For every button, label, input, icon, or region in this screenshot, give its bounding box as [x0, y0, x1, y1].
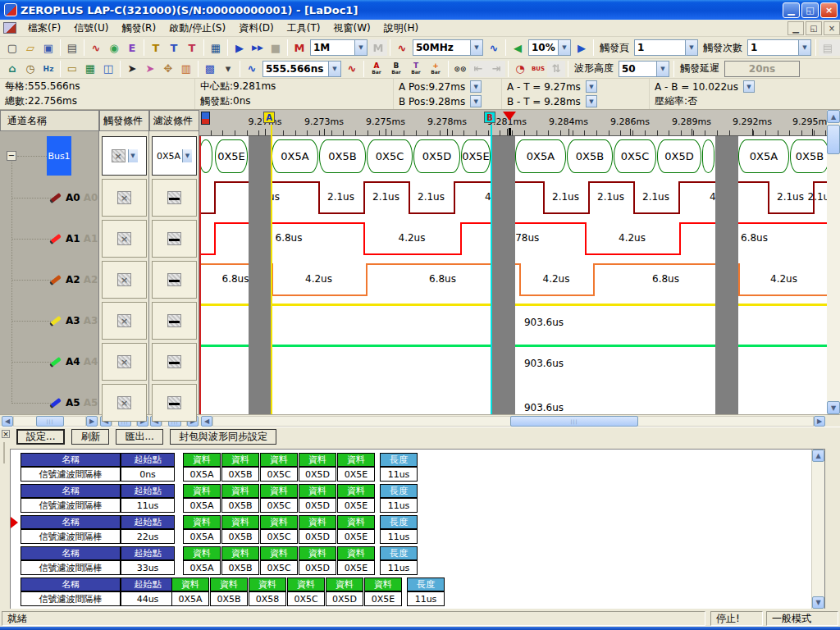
bus-text-icon[interactable]: BUS: [529, 61, 547, 77]
stack-down-icon[interactable]: ▤: [837, 39, 840, 56]
scroll-up-button[interactable]: ▲: [827, 110, 840, 123]
filter-cell-A3[interactable]: [152, 302, 197, 340]
event-trigger-icon[interactable]: E: [123, 39, 141, 56]
bus-trigger-dropdown[interactable]: ▼: [128, 149, 138, 162]
packet-row[interactable]: 名稱起始點資料資料資料資料資料資料長度信號濾波間隔棒44us0X5A0X5B0X…: [16, 578, 803, 607]
packet-scroll-down[interactable]: ▼: [812, 596, 824, 609]
filter-cell-A4[interactable]: [152, 343, 197, 381]
bus-filter-dropdown[interactable]: ▼: [182, 149, 192, 162]
trigger-cell-A1[interactable]: ×: [102, 220, 147, 258]
close-button[interactable]: ×: [820, 2, 838, 18]
minimize-button[interactable]: ▁: [783, 2, 800, 18]
t-trigger-icon[interactable]: T: [165, 39, 183, 56]
scroll-down-button[interactable]: ▼: [827, 401, 840, 414]
channel-row-A1[interactable]: A1A1: [49, 230, 98, 248]
marker-a-line[interactable]: [271, 125, 272, 414]
zoom-scale-combo[interactable]: 555.566ns▼: [262, 61, 341, 77]
sampling-rate-combo[interactable]: 50MHz▼: [413, 39, 483, 56]
find-icon[interactable]: ⊙⊙: [451, 61, 469, 77]
channel-hscrollbar-left[interactable]: ◀: [2, 416, 13, 427]
trigger-page-combo-arrow[interactable]: ▼: [685, 40, 697, 55]
memory-depth-combo-arrow[interactable]: ▼: [354, 40, 367, 55]
sample-wave-icon[interactable]: ∿: [485, 39, 503, 56]
b-pos-dropdown[interactable]: ▼: [470, 95, 482, 107]
listing-window-icon[interactable]: ▦: [81, 61, 99, 77]
new-file-icon[interactable]: ▢: [3, 39, 21, 56]
bus-filter-cell[interactable]: 0X5A▼: [152, 136, 197, 176]
trigger-cell-A5[interactable]: ×: [102, 384, 147, 422]
zoom-pulse-icon[interactable]: ∿: [243, 61, 261, 77]
b-t-dropdown[interactable]: ▼: [586, 95, 597, 107]
image-trigger-icon[interactable]: ◉: [105, 39, 123, 56]
menu-item-1[interactable]: 信號(U): [67, 20, 115, 37]
display-ratio-combo-arrow[interactable]: ▼: [558, 40, 570, 55]
memory-depth-combo[interactable]: 1M▼: [310, 39, 368, 56]
packet-row[interactable]: 名稱起始點資料資料資料資料資料長度信號濾波間隔棒22us0X5A0X5B0X5C…: [16, 515, 803, 545]
wave-area[interactable]: 9.27ms9.273ms9.275ms9.278ms9.281ms9.284m…: [199, 110, 827, 414]
sampling-rate-combo-arrow[interactable]: ▼: [470, 40, 482, 55]
menu-item-3[interactable]: 啟動/停止(S): [162, 20, 232, 37]
trigger-cell-A4[interactable]: ×: [102, 343, 147, 381]
trigger-count-combo[interactable]: 1▼: [747, 39, 811, 56]
stack-up-icon[interactable]: ▤: [819, 39, 837, 56]
a-pos-dropdown[interactable]: ▼: [470, 80, 482, 93]
save-icon[interactable]: ▣: [39, 39, 57, 56]
bottom-button-3[interactable]: 封包與波形同步設定: [170, 429, 276, 445]
measure-tool-icon[interactable]: ▥: [177, 61, 195, 77]
wave-hscrollbar-left[interactable]: ◀: [201, 416, 212, 427]
filter-cell-A1[interactable]: [152, 220, 197, 258]
filter-cell-A2[interactable]: [152, 261, 197, 299]
menu-item-5[interactable]: 工具(T): [281, 20, 327, 37]
frequency-icon[interactable]: Hz: [39, 61, 57, 77]
t-bar-icon[interactable]: TBar: [406, 61, 426, 77]
trigger-cell-A0[interactable]: ×: [102, 179, 147, 217]
wave-mode-dropdown-icon[interactable]: ▾: [219, 61, 237, 77]
channel-hscrollbar-thumb[interactable]: |||: [36, 416, 64, 427]
add-bar-icon[interactable]: +Bar: [426, 61, 445, 77]
menu-item-0[interactable]: 檔案(F): [21, 20, 67, 37]
restore-button[interactable]: ◱: [801, 2, 819, 18]
channel-row-A3[interactable]: A3A3: [49, 312, 98, 330]
bus-package-icon[interactable]: ▦: [207, 39, 225, 56]
bottom-button-0[interactable]: 設定...: [16, 429, 65, 445]
marker-a-flag[interactable]: A: [263, 112, 275, 123]
filter-cell-A5[interactable]: [152, 384, 197, 422]
channel-hscrollbar[interactable]: ◀|||▶: [2, 416, 98, 427]
packet-row[interactable]: 名稱起始點資料資料資料資料資料長度信號濾波間隔棒33us0X5A0X5B0X5C…: [16, 546, 803, 576]
doc-close-button[interactable]: ×: [824, 21, 840, 35]
channel-row-A4[interactable]: A4A4: [49, 353, 98, 371]
trigger-cell-A3[interactable]: ×: [102, 302, 147, 340]
marker-b-line[interactable]: [491, 125, 492, 414]
prev-edge-icon[interactable]: ⇤: [469, 61, 487, 77]
bottom-button-2[interactable]: 匯出...: [116, 429, 162, 445]
pulse-width-trigger-icon[interactable]: ∿: [87, 39, 105, 56]
bus-node[interactable]: Bus1: [47, 136, 71, 176]
clock-icon[interactable]: ◷: [21, 61, 39, 77]
plus-trigger-icon[interactable]: T: [183, 39, 201, 56]
channel-hscrollbar-right[interactable]: ▶: [86, 416, 98, 427]
stop-icon[interactable]: ■: [267, 39, 285, 56]
navigator-window-icon[interactable]: ◫: [99, 61, 117, 77]
next-edge-icon[interactable]: ⇥: [487, 61, 505, 77]
wave-hscrollbar-thumb[interactable]: |||: [510, 416, 638, 427]
run-icon[interactable]: ▶: [231, 39, 249, 56]
swap-icon[interactable]: ⇅: [547, 61, 565, 77]
trigger-page-combo[interactable]: 1▼: [634, 39, 698, 56]
time-ruler[interactable]: 9.27ms9.273ms9.275ms9.278ms9.281ms9.284m…: [199, 110, 827, 136]
ratio-forward-icon[interactable]: ▶: [573, 39, 591, 56]
a-t-dropdown[interactable]: ▼: [586, 80, 597, 93]
trigger-goto-icon[interactable]: ∿: [343, 61, 361, 77]
wave-vscrollbar[interactable]: ▲ ▼: [827, 110, 840, 414]
zoom-scale-combo-arrow[interactable]: ▼: [328, 62, 340, 76]
vscroll-thumb[interactable]: [827, 125, 840, 154]
menu-item-4[interactable]: 資料(D): [232, 20, 281, 37]
bus-trigger-cell[interactable]: ×▼: [102, 136, 147, 176]
home-icon[interactable]: ⌂: [3, 61, 21, 77]
a-b-dropdown[interactable]: ▼: [743, 80, 755, 93]
menu-item-6[interactable]: 視窗(W): [326, 20, 377, 37]
panel-close-button[interactable]: ×: [2, 430, 10, 438]
display-ratio-combo[interactable]: 10%▼: [528, 39, 571, 56]
channel-row-A2[interactable]: A2A2: [49, 271, 98, 289]
trigger-count-combo-arrow[interactable]: ▼: [798, 40, 810, 55]
wave-height-combo-arrow[interactable]: ▼: [656, 62, 669, 76]
